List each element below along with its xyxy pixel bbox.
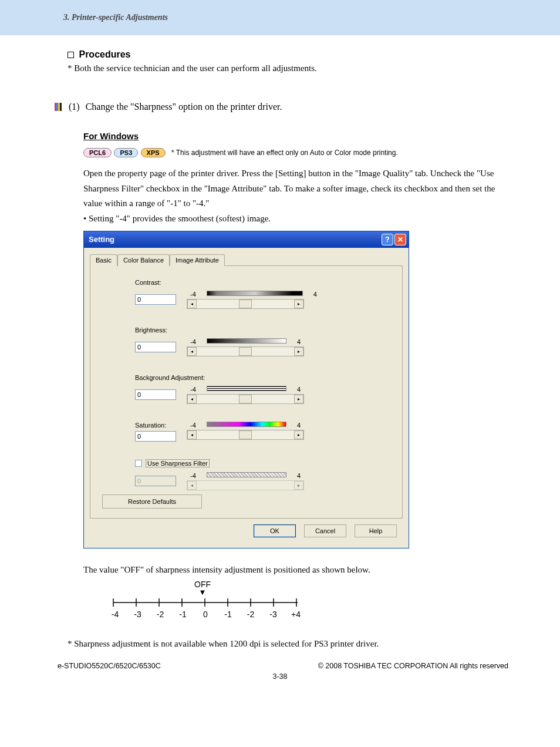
color-chip-icon	[55, 103, 65, 111]
tick-label: -2	[154, 610, 167, 619]
contrast-min: -4	[190, 291, 196, 298]
brightness-group: Brightness: 0 -4 4 ◂	[135, 327, 392, 356]
bgadjust-scrollbar[interactable]: ◂ ▸	[187, 394, 304, 404]
instruction-paragraph: Open the property page of the printer dr…	[83, 166, 497, 211]
saturation-label: Saturation:	[135, 422, 176, 429]
tab-basic[interactable]: Basic	[90, 254, 117, 266]
saturation-scrollbar[interactable]: ◂ ▸	[187, 430, 304, 440]
brightness-label: Brightness:	[135, 327, 392, 334]
scroll-thumb[interactable]	[239, 300, 252, 308]
pill-ps3: PS3	[114, 148, 138, 157]
cancel-button[interactable]: Cancel	[304, 524, 346, 537]
contrast-slider: -4 4 ◂ ▸	[187, 291, 304, 309]
brightness-input[interactable]: 0	[135, 342, 176, 352]
for-windows-heading: For Windows	[83, 131, 497, 141]
axis-tick-labels: -4 -3 -2 -1 0 -1 -2 -3 +4	[109, 610, 302, 619]
arrow-right-icon[interactable]: ▸	[294, 430, 303, 439]
bgadjust-label: Background Adjustment:	[135, 374, 392, 381]
bgadjust-max: 4	[297, 386, 301, 393]
saturation-input[interactable]: 0	[135, 431, 176, 442]
tick-label: -3	[131, 610, 144, 619]
brightness-max: 4	[297, 338, 301, 345]
help-icon[interactable]: ?	[382, 234, 393, 245]
page-footer: e-STUDIO5520C/6520C/6530C © 2008 TOSHIBA…	[58, 662, 508, 670]
dialog-title: Setting	[89, 235, 114, 244]
sharpness-checkbox-label: Use Sharpness Filter	[146, 459, 210, 467]
square-bullet-icon	[68, 52, 74, 58]
scroll-thumb[interactable]	[239, 430, 252, 439]
brightness-scrollbar[interactable]: ◂ ▸	[187, 346, 304, 356]
sharpness-group: Use Sharpness Filter 0 -4 4 ◂	[103, 459, 392, 490]
contrast-scrollbar[interactable]: ◂ ▸	[187, 299, 304, 309]
arrow-left-icon: ◂	[187, 481, 197, 490]
titlebar: Setting ? ✕	[84, 231, 409, 248]
brightness-gradient-icon	[207, 338, 286, 344]
page-content: Procedures * Both the service technician…	[0, 35, 560, 649]
saturation-max: 4	[297, 422, 301, 429]
contrast-input[interactable]: 0	[135, 294, 176, 305]
bgadjust-input[interactable]: 0	[135, 389, 176, 400]
sharpness-scrollbar: ◂ ▸	[187, 480, 304, 490]
setting-dialog: Setting ? ✕ Basic Color Balance Image At…	[83, 231, 409, 549]
contrast-gradient-icon	[207, 291, 303, 296]
contrast-max: 4	[313, 291, 317, 298]
arrow-left-icon[interactable]: ◂	[187, 300, 197, 308]
pill-row: PCL6 PS3 XPS * This adjustment will have…	[83, 148, 497, 157]
tab-color-balance[interactable]: Color Balance	[117, 254, 170, 266]
bgadjust-min: -4	[190, 386, 196, 393]
contrast-group: Contrast: 0 -4 4 ◂ ▸	[135, 279, 392, 309]
footer-right: © 2008 TOSHIBA TEC CORPORATION All right…	[318, 662, 508, 670]
sharpness-min: -4	[190, 472, 196, 479]
tick-label: -3	[267, 610, 280, 619]
tab-bar: Basic Color Balance Image Attribute	[90, 254, 403, 266]
page-header: 3. Printer-specific Adjustments	[0, 0, 560, 35]
ok-button[interactable]: OK	[254, 524, 296, 537]
sharpness-checkbox[interactable]	[135, 460, 142, 467]
restore-defaults-button[interactable]: Restore Defaults	[102, 494, 202, 509]
footnote: * Sharpness adjustment is not available …	[68, 639, 497, 649]
page-number: 3-38	[0, 672, 560, 681]
help-button[interactable]: Help	[355, 524, 397, 537]
step-1-row: (1) Change the "Sharpness" option on the…	[55, 102, 497, 112]
sharpness-input: 0	[135, 476, 176, 486]
arrow-right-icon[interactable]: ▸	[294, 395, 303, 403]
bgadjust-group: Background Adjustment: 0 -4 4 ◂	[135, 374, 392, 404]
sharpness-gradient-icon	[207, 472, 286, 477]
axis-line-icon	[109, 597, 302, 608]
footer-left: e-STUDIO5520C/6520C/6530C	[58, 662, 161, 670]
tick-label: -1	[177, 610, 190, 619]
after-paragraph: The value "OFF" of sharpness intensity a…	[83, 565, 497, 575]
contrast-label: Contrast:	[135, 279, 392, 286]
arrow-right-icon[interactable]: ▸	[294, 300, 303, 308]
tick-label: +4	[289, 610, 302, 619]
saturation-gradient-icon	[207, 422, 286, 427]
tick-label: -2	[244, 610, 257, 619]
brightness-min: -4	[190, 338, 196, 345]
tick-label: -4	[109, 610, 122, 619]
scroll-thumb[interactable]	[239, 347, 252, 356]
bullet-line: • Setting "-4" provides the smoothest (s…	[83, 214, 497, 224]
step-1-number: (1)	[69, 102, 80, 112]
tick-label: 0	[199, 610, 212, 619]
arrow-left-icon[interactable]: ◂	[187, 395, 197, 403]
saturation-min: -4	[190, 422, 196, 429]
step-1-text: Change the "Sharpness" option on the pri…	[86, 102, 282, 112]
tab-image-attribute[interactable]: Image Attribute	[170, 254, 225, 266]
saturation-group: Saturation: 0 -4 4 ◂	[135, 422, 392, 442]
close-icon[interactable]: ✕	[394, 234, 406, 245]
tab-panel: Contrast: 0 -4 4 ◂ ▸	[90, 266, 403, 519]
pointer-down-icon: ▼	[103, 588, 302, 597]
arrow-left-icon[interactable]: ◂	[187, 430, 197, 439]
bgadjust-gradient-icon	[207, 386, 286, 391]
pill-pcl6: PCL6	[83, 148, 112, 157]
scroll-thumb[interactable]	[239, 395, 252, 403]
procedures-heading: Procedures	[68, 49, 497, 60]
dialog-body: Basic Color Balance Image Attribute Cont…	[84, 248, 409, 548]
off-axis-diagram: OFF ▼ -4 -3 -2 -1 0 -1 -2 -3 +4	[109, 580, 302, 619]
arrow-left-icon[interactable]: ◂	[187, 347, 197, 356]
procedures-heading-text: Procedures	[79, 49, 130, 59]
arrow-right-icon[interactable]: ▸	[294, 347, 303, 356]
chapter-title: 3. Printer-specific Adjustments	[63, 13, 168, 22]
pill-note: * This adjustment will have an effect on…	[171, 149, 398, 157]
sharpness-max: 4	[297, 472, 301, 479]
